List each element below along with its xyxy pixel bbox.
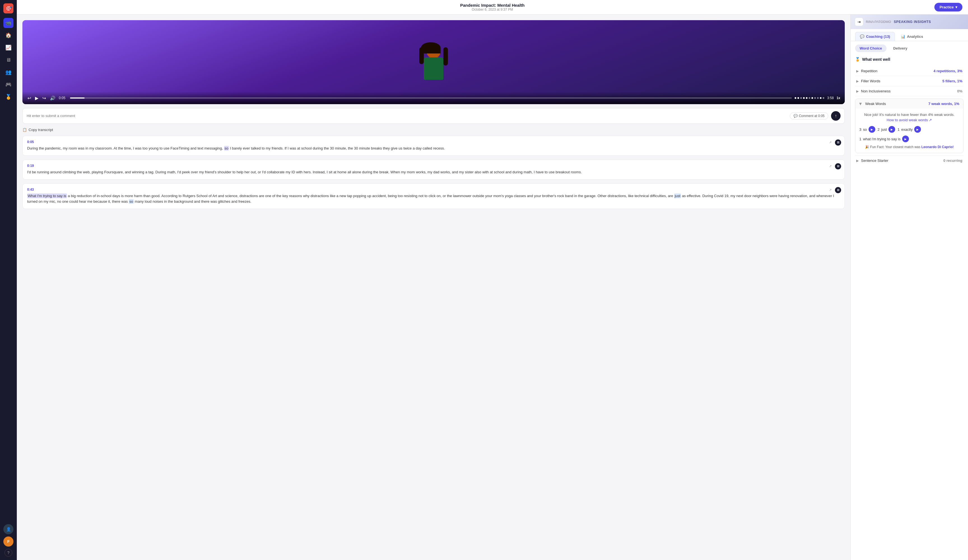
panel-header-left: ⇥ RINA PATODMO SPEAKING INSIGHTS <box>855 18 931 26</box>
logo[interactable]: 🎯 <box>3 3 13 13</box>
comment-at-button[interactable]: 💬 Comment at 0:05 <box>790 112 828 119</box>
nice-job-text: Nice job! It's natural to have fewer tha… <box>859 113 959 117</box>
medal-icon: 🏅 <box>855 57 860 61</box>
insight-label-repetition: Repetition <box>861 69 933 73</box>
sidebar-item-users[interactable]: 👥 <box>3 67 13 77</box>
play-just-button[interactable]: ▶ <box>888 126 895 133</box>
panel-collapse-button[interactable]: ⇥ <box>855 18 863 26</box>
chevron-down-icon-weak: ▶ <box>859 103 863 105</box>
word-chip-exactly: 1 exactly ▶ <box>897 126 921 133</box>
edit-icon-3[interactable]: ↗ <box>827 187 833 193</box>
volume-button[interactable]: 🔊 <box>49 95 56 101</box>
transcript-card-3-icons: ↗ ⊠ <box>827 187 841 193</box>
help-icon[interactable]: ? <box>5 549 12 557</box>
forward-button[interactable]: ↪ <box>42 95 46 101</box>
insight-value-repetition: 4 repetitions, 3% <box>933 69 962 73</box>
video-controls: ↩ ▶ ↪ 🔊 0:05 3:58 1x <box>22 91 845 104</box>
weak-words-label: Weak Words <box>865 102 928 106</box>
sub-tabs: Word Choice Delivery <box>850 41 968 52</box>
insight-label-inclusiveness: Non Inclusiveness <box>861 89 957 93</box>
topbar: Pandemic Impact: Mental Health October 6… <box>17 0 968 15</box>
highlight-just: just <box>674 194 681 198</box>
progress-bar[interactable] <box>70 98 792 99</box>
transcript-time-3: 0:43 <box>27 187 840 192</box>
transcript-card-2-icons: ↗ ⊠ <box>827 163 841 169</box>
insight-row-filler[interactable]: ▶ Filler Words 5 fillers, 1% <box>855 76 963 86</box>
sidebar-item-monitor[interactable]: 🖥 <box>3 55 13 65</box>
word-chip-just: 2 just ▶ <box>877 126 895 133</box>
expand-icon-3[interactable]: ⊠ <box>835 187 841 193</box>
fun-fact-link[interactable]: Leonardo Di Caprio! <box>921 145 953 149</box>
play-phrase-button[interactable]: ▶ <box>902 136 909 142</box>
transcript-time-1: 0:05 <box>27 140 840 144</box>
transcript-card-2: ↗ ⊠ 0:19 I'd be running around climbing … <box>22 160 845 179</box>
sidebar-bottom: 👤 F ? <box>3 524 13 557</box>
content-area: ↩ ▶ ↪ 🔊 0:05 3:58 1x <box>17 15 968 560</box>
chevron-right-icon-incl: ▶ <box>856 89 859 93</box>
chevron-right-icon: ▶ <box>856 69 859 73</box>
insight-label-sentence: Sentence Starter <box>861 159 943 163</box>
insight-value-filler: 5 fillers, 1% <box>942 79 962 83</box>
edit-icon-2[interactable]: ↗ <box>827 163 833 169</box>
insight-row-inclusiveness[interactable]: ▶ Non Inclusiveness 0% <box>855 86 963 96</box>
transcript-time-2: 0:19 <box>27 164 840 168</box>
chevron-down-icon: ▾ <box>955 5 957 9</box>
edit-icon[interactable]: ↗ <box>827 139 833 146</box>
topbar-title: Pandemic Impact: Mental Health October 6… <box>460 3 525 12</box>
analytics-tab-icon: 📊 <box>901 35 905 39</box>
copy-icon: 📋 <box>22 128 27 132</box>
highlight-so-2: so <box>129 199 134 204</box>
insight-row-repetition[interactable]: ▶ Repetition 4 repetitions, 3% <box>855 66 963 76</box>
insight-row-sentence[interactable]: ▶ Sentence Starter 0 recurring <box>855 156 963 166</box>
sidebar-item-home[interactable]: 🏠 <box>3 30 13 40</box>
sidebar-item-badge[interactable]: 🏅 <box>3 92 13 102</box>
copy-transcript[interactable]: 📋 Copy transcript <box>22 128 845 132</box>
weak-words-section: ▶ Weak Words 7 weak words, 1% Nice job! … <box>855 99 963 153</box>
chevron-right-icon-sentence: ▶ <box>856 159 859 163</box>
tab-coaching[interactable]: 💬 Coaching (13) <box>855 32 895 41</box>
play-so-button[interactable]: ▶ <box>869 126 875 133</box>
avatar-f[interactable]: F <box>3 537 13 547</box>
panel-username: RINA PATODMO <box>866 20 891 24</box>
transcript-card-icons: ↗ ⊠ <box>827 139 841 146</box>
sub-tab-word-choice[interactable]: Word Choice <box>855 45 887 52</box>
tab-analytics[interactable]: 📊 Analytics <box>896 32 928 41</box>
sub-tab-delivery[interactable]: Delivery <box>889 45 912 52</box>
right-panel: ⇥ RINA PATODMO SPEAKING INSIGHTS 💬 Coach… <box>850 15 968 560</box>
comment-input[interactable] <box>27 114 787 118</box>
chat-tab-icon: 💬 <box>860 35 864 39</box>
highlight-phrase: What I'm trying to say is <box>27 194 67 198</box>
word-chips: 3 so ▶ 2 just ▶ <box>859 126 959 133</box>
rewind-button[interactable]: ↩ <box>27 95 31 101</box>
highlight-word-so: so <box>224 146 229 151</box>
panel-body: 🏅 What went well ▶ Repetition 4 repetiti… <box>850 52 968 560</box>
chevron-right-icon-filler: ▶ <box>856 79 859 83</box>
expand-icon-2[interactable]: ⊠ <box>835 163 841 169</box>
avatar-dark[interactable]: 👤 <box>3 524 13 534</box>
transcript-text-1: During the pandemic, my room was in my c… <box>27 146 840 151</box>
comment-submit-button[interactable]: ↑ <box>831 111 840 121</box>
practice-button[interactable]: Practice ▾ <box>934 3 962 12</box>
sidebar-item-game[interactable]: 🎮 <box>3 80 13 89</box>
play-exactly-button[interactable]: ▶ <box>914 126 921 133</box>
fun-fact-text: 🎉 Fun Fact: Your closest match was Leona… <box>859 145 959 149</box>
transcript-card: ↗ ⊠ 0:05 During the pandemic, my room wa… <box>22 136 845 156</box>
panel-header: ⇥ RINA PATODMO SPEAKING INSIGHTS <box>850 15 968 29</box>
word-chip-so: 3 so ▶ <box>859 126 875 133</box>
play-button[interactable]: ▶ <box>35 95 39 101</box>
insight-value-inclusiveness: 0% <box>957 89 962 93</box>
insight-label-filler: Filler Words <box>861 79 942 83</box>
speed-label: 1x <box>837 96 840 100</box>
sidebar-item-chart[interactable]: 📈 <box>3 43 13 53</box>
weak-words-header[interactable]: ▶ Weak Words 7 weak words, 1% <box>855 99 963 109</box>
send-icon: ↑ <box>835 113 837 118</box>
page-title: Pandemic Impact: Mental Health <box>460 3 525 8</box>
transcript-text-2: I'd be running around climbing the web, … <box>27 169 840 175</box>
expand-icon[interactable]: ⊠ <box>835 139 841 146</box>
video-section: ↩ ▶ ↪ 🔊 0:05 3:58 1x <box>17 15 850 560</box>
page-date: October 6, 2023 at 9:37 PM <box>460 8 525 12</box>
what-went-well: 🏅 What went well <box>855 56 963 63</box>
progress-fill <box>70 98 85 99</box>
sidebar-item-video[interactable]: 📹 <box>3 18 13 28</box>
how-to-link[interactable]: How to avoid weak words ↗ <box>859 118 959 122</box>
